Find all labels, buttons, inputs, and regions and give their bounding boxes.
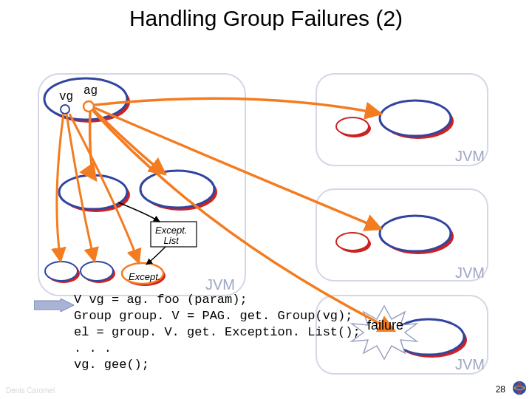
except-list-label: Except. List xyxy=(155,225,187,245)
member3-object xyxy=(380,216,451,251)
code-line-3: el = group. V. get. Exception. List(); xyxy=(74,325,361,339)
res-b xyxy=(81,262,113,281)
slide: Handling Group Failures (2) xyxy=(0,0,532,399)
excpt-arrow-1 xyxy=(118,202,160,222)
ag-label: ag xyxy=(83,84,98,98)
vg-proxy xyxy=(61,105,69,114)
footer-page: 28 xyxy=(496,384,505,395)
excpt-arrow-2 xyxy=(146,247,166,265)
res-a xyxy=(45,262,78,281)
svg-marker-1 xyxy=(34,299,74,312)
code-line-2: Group group. V = PAG. get. Group(vg); xyxy=(74,309,352,323)
member2-object xyxy=(380,100,451,136)
except-label: Except. xyxy=(129,271,160,282)
footer-author: Denis Caromel xyxy=(6,386,55,395)
code-line-1: V vg = ag. foo (param); xyxy=(74,293,248,307)
jvm-label-1: JVM xyxy=(455,148,485,165)
aux-object xyxy=(59,175,127,209)
call-arrow-m1 xyxy=(93,109,166,174)
failure-label: failure xyxy=(367,318,403,333)
call-arrow-m2 xyxy=(95,98,381,114)
code-pointer-arrow xyxy=(34,299,74,312)
member2-res xyxy=(336,117,369,135)
footer-logo-icon xyxy=(511,380,528,396)
jvm-label-0: JVM xyxy=(205,276,235,293)
code-line-5: vg. gee(); xyxy=(74,358,149,372)
code-line-4: . . . xyxy=(74,341,112,355)
member3-res xyxy=(336,233,369,250)
code-block: V vg = ag. foo (param); Group group. V =… xyxy=(74,292,361,373)
vg-label: vg xyxy=(59,90,73,103)
jvm-label-3: JVM xyxy=(455,356,485,373)
except-list-line2: List xyxy=(164,235,179,246)
jvm-label-2: JVM xyxy=(455,265,485,282)
member1-object xyxy=(140,171,214,208)
ag-group xyxy=(83,101,94,112)
